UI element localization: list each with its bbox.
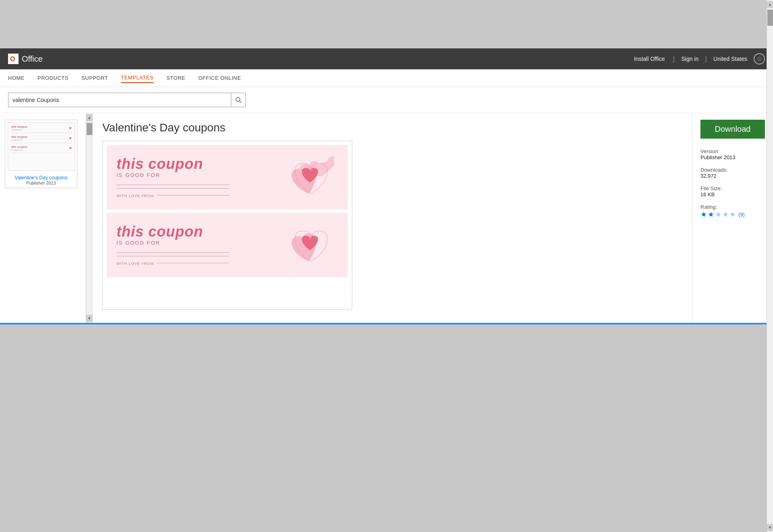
thumb-coupon-row-2: this coupon IS GOOD FOR ♥: [11, 135, 72, 143]
nav-office-online[interactable]: OFFICE ONLINE: [198, 73, 241, 83]
header-right: Install Office | Sign in | United States…: [628, 52, 765, 65]
thumb-coupon-row-1: this coupon IS GOOD FOR ♥: [11, 125, 72, 133]
version-label: Version:: [700, 148, 765, 154]
page-scrollbar: ▲ ▼: [767, 0, 773, 532]
coupon-left-2: this coupon IS GOOD FOR WITH LOVE FROM: [116, 224, 282, 266]
template-title: Valentine's Day coupons: [102, 121, 682, 134]
nav-templates[interactable]: TEMPLATES: [121, 73, 154, 83]
version-value: Publisher 2013: [700, 154, 765, 160]
thumb-coupon-text-3: this coupon: [11, 145, 27, 149]
header-divider: |: [671, 55, 677, 63]
thumbnail-lines: this coupon IS GOOD FOR ♥ this coupon IS…: [8, 123, 75, 158]
install-office-button[interactable]: Install Office: [628, 52, 671, 65]
download-button[interactable]: Download: [700, 120, 765, 139]
header-bar: O Office Install Office | Sign in | Unit…: [0, 48, 773, 69]
nav-support[interactable]: SUPPORT: [81, 73, 108, 83]
downloads-label: Downloads:: [700, 167, 765, 173]
office-logo-text: Office: [22, 54, 43, 64]
thumb-heart-3: ♥: [69, 145, 72, 151]
nav-products[interactable]: PRODUCTS: [37, 73, 69, 83]
file-size-label: File Size:: [700, 185, 765, 191]
info-panel: Download Version: Publisher 2013 Downloa…: [692, 113, 773, 323]
file-size-value: 16 KB: [700, 191, 765, 197]
coupon-line-2b: [116, 256, 229, 256]
preview-area: this coupon IS GOOD FOR WITH LOVE FROM: [102, 141, 352, 310]
downloads-value: 32,972: [700, 173, 765, 179]
svg-line-3: [239, 101, 241, 103]
search-icon: [235, 97, 242, 103]
thumb-coupon-text-2: this coupon: [11, 135, 27, 139]
coupon-line-1a: [116, 185, 229, 185]
coupon-is-good-for-2: IS GOOD FOR: [116, 240, 282, 246]
sidebar-scroll-down[interactable]: ▼: [86, 315, 93, 322]
nav-store[interactable]: STORE: [166, 73, 185, 83]
search-button[interactable]: [231, 93, 245, 107]
search-container: [8, 93, 246, 107]
thumb-coupon-subtitle-3: IS GOOD FOR: [11, 149, 27, 151]
top-spacer: [0, 0, 773, 48]
svg-point-2: [236, 98, 240, 102]
coupon-card-2: this coupon IS GOOD FOR WITH LOVE FROM: [107, 213, 348, 277]
template-thumbnail[interactable]: this coupon IS GOOD FOR ♥ this coupon IS…: [5, 120, 77, 188]
nav-home[interactable]: HOME: [8, 73, 25, 83]
thumb-coupon-text-1: this coupon: [11, 125, 27, 129]
info-file-size: File Size: 16 KB: [700, 185, 765, 197]
region-button[interactable]: United States: [709, 52, 752, 65]
star-1: ★: [700, 210, 707, 219]
coupon-love-line-2: [157, 263, 229, 263]
thumb-heart-2: ♥: [69, 135, 72, 141]
info-downloads: Downloads: 32,972: [700, 167, 765, 179]
rating-count: (9): [738, 212, 745, 218]
hearts-svg-1: [286, 155, 334, 200]
smiley-icon[interactable]: ☺: [754, 53, 765, 64]
office-logo-area: O Office: [8, 54, 43, 64]
thumbnail-label: Valentine's Day coupons Publisher 2013: [8, 174, 75, 185]
coupon-this-coupon-2: this coupon: [116, 224, 282, 239]
info-rating: Rating: ★ ★ ★ ★ ★ (9): [700, 204, 765, 219]
coupon-right-1: [282, 155, 338, 200]
coupon-right-2: [282, 223, 338, 267]
office-logo-icon: O: [8, 54, 19, 64]
thumb-heart-1: ♥: [69, 125, 72, 131]
star-5: ★: [729, 210, 736, 219]
coupon-line-1b: [116, 188, 229, 189]
star-2: ★: [708, 210, 714, 219]
hearts-svg-2: [286, 223, 334, 267]
search-bar-area: [0, 87, 773, 113]
coupon-line-2a: [116, 252, 229, 253]
thumb-coupon-subtitle-2: IS GOOD FOR: [11, 139, 27, 141]
search-input[interactable]: [8, 97, 231, 103]
coupon-this-coupon-1: this coupon: [116, 157, 282, 171]
coupon-with-love-2: WITH LOVE FROM: [116, 262, 154, 266]
sidebar: this coupon IS GOOD FOR ♥ this coupon IS…: [0, 113, 93, 323]
page-scroll-down[interactable]: ▼: [767, 524, 773, 531]
header-divider2: |: [703, 55, 709, 63]
sidebar-scroll-up[interactable]: ▲: [86, 114, 93, 121]
svg-text:O: O: [10, 56, 15, 62]
content-panel: Valentine's Day coupons this coupon IS G…: [93, 113, 692, 323]
bottom-spacer: [0, 324, 773, 526]
rating-label: Rating:: [700, 204, 765, 210]
coupon-love-line-1: [157, 195, 229, 195]
page-scroll-up[interactable]: ▲: [767, 1, 773, 8]
rating-stars: ★ ★ ★ ★ ★ (9): [700, 210, 765, 219]
coupon-is-good-for-1: IS GOOD FOR: [116, 172, 282, 178]
sidebar-scroll-thumb[interactable]: [87, 123, 92, 135]
coupon-card-1: this coupon IS GOOD FOR WITH LOVE FROM: [107, 145, 348, 210]
coupon-with-love-1: WITH LOVE FROM: [116, 194, 154, 198]
page-scroll-thumb[interactable]: [767, 10, 773, 26]
coupon-left-1: this coupon IS GOOD FOR WITH LOVE FROM: [116, 157, 282, 198]
star-4: ★: [722, 210, 729, 219]
blue-bottom-bar: [0, 323, 773, 324]
info-version: Version: Publisher 2013: [700, 148, 765, 160]
thumb-coupon-subtitle-1: IS GOOD FOR: [11, 129, 27, 131]
nav-bar: HOME PRODUCTS SUPPORT TEMPLATES STORE OF…: [0, 69, 773, 87]
main-content: this coupon IS GOOD FOR ♥ this coupon IS…: [0, 113, 773, 323]
star-3: ★: [715, 210, 721, 219]
sidebar-scrollbar: ▲ ▼: [86, 113, 92, 323]
thumbnail-preview: this coupon IS GOOD FOR ♥ this coupon IS…: [8, 123, 75, 171]
sign-in-button[interactable]: Sign in: [676, 52, 703, 65]
thumbnail-subtitle: Publisher 2013: [8, 181, 75, 185]
thumb-coupon-row-3: this coupon IS GOOD FOR ♥: [11, 145, 72, 153]
thumbnail-title-link[interactable]: Valentine's Day coupons: [15, 175, 68, 181]
